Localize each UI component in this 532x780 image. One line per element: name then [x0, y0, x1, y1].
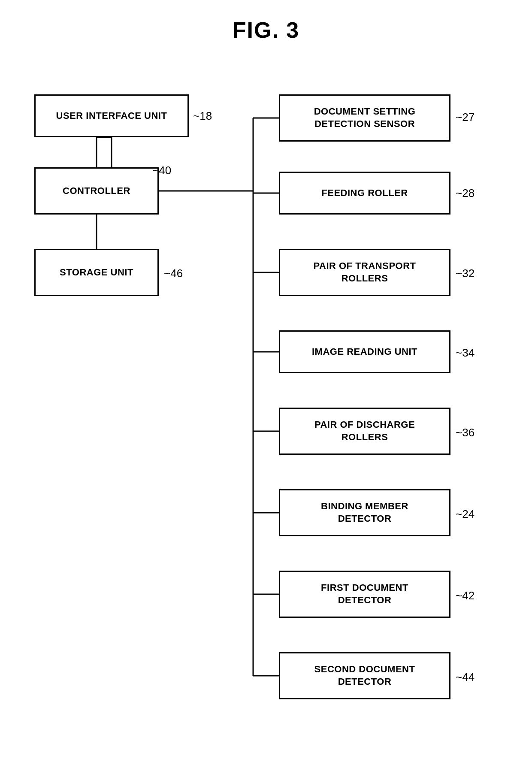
controller-box: CONTROLLER — [34, 167, 159, 215]
pair-of-discharge-rollers-ref: ~36 — [456, 426, 475, 439]
binding-member-detector-box: BINDING MEMBER DETECTOR — [279, 489, 450, 536]
binding-member-detector-ref: ~24 — [456, 508, 475, 521]
first-document-detector-box: FIRST DOCUMENT DETECTOR — [279, 571, 450, 618]
document-setting-detection-sensor-box: DOCUMENT SETTING DETECTION SENSOR — [279, 94, 450, 142]
diagram-area: USER INTERFACE UNIT ~18 CONTROLLER ~40 S… — [26, 69, 506, 755]
feeding-roller-ref: ~28 — [456, 187, 475, 200]
document-setting-detection-sensor-ref: ~27 — [456, 111, 475, 124]
user-interface-unit-ref: ~18 — [193, 109, 212, 123]
storage-unit-ref: ~46 — [164, 267, 183, 280]
pair-of-transport-rollers-box: PAIR OF TRANSPORT ROLLERS — [279, 249, 450, 296]
second-document-detector-ref: ~44 — [456, 671, 475, 684]
controller-ref: ~40 — [152, 164, 171, 177]
pair-of-transport-rollers-ref: ~32 — [456, 267, 475, 280]
image-reading-unit-box: IMAGE READING UNIT — [279, 330, 450, 373]
user-interface-unit-box: USER INTERFACE UNIT — [34, 94, 189, 137]
first-document-detector-ref: ~42 — [456, 589, 475, 602]
storage-unit-box: STORAGE UNIT — [34, 249, 159, 296]
pair-of-discharge-rollers-box: PAIR OF DISCHARGE ROLLERS — [279, 408, 450, 455]
page-container: FIG. 3 — [0, 0, 532, 780]
second-document-detector-box: SECOND DOCUMENT DETECTOR — [279, 652, 450, 699]
figure-title: FIG. 3 — [26, 17, 506, 43]
image-reading-unit-ref: ~34 — [456, 346, 475, 360]
feeding-roller-box: FEEDING ROLLER — [279, 172, 450, 215]
